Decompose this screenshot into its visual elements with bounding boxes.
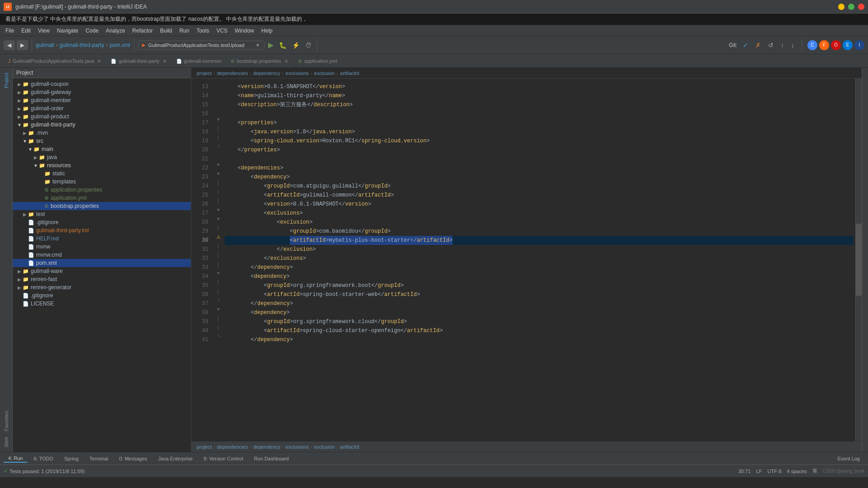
tree-gulimall-product[interactable]: ▶ 📁 gulimall-product	[13, 113, 191, 121]
debug-button[interactable]: 🐛	[277, 40, 288, 51]
path-dependency[interactable]: dependency	[253, 444, 280, 450]
menu-item-analyze[interactable]: Analyze	[102, 25, 129, 36]
tab-todo[interactable]: 6: TODO	[29, 455, 58, 462]
tree-gitignore-root[interactable]: 📄 .gitignore	[13, 291, 191, 300]
tree-resources[interactable]: ▼ 📁 resources	[13, 161, 191, 169]
scrollbar-thumb[interactable]	[856, 224, 862, 296]
tab-common[interactable]: 📄 gulimall-common	[172, 55, 226, 67]
tree-gulimall-ware[interactable]: ▶ 📁 gulimall-ware	[13, 267, 191, 275]
crumb-dependencies[interactable]: dependencies	[217, 70, 248, 76]
tab-test-file[interactable]: J GulimallProductApplicationTests.java ✕	[4, 55, 106, 67]
edge-btn[interactable]: E	[843, 40, 853, 50]
tree-app-yml[interactable]: ⚙ application.yml	[13, 194, 191, 202]
menu-item-vcs[interactable]: VCS	[213, 25, 231, 36]
tab-run[interactable]: 4: Run	[4, 455, 27, 463]
tree-gulimall-order[interactable]: ▶ 📁 gulimall-order	[13, 104, 191, 113]
back-button[interactable]: ◀	[4, 40, 15, 50]
tree-bootstrap-props[interactable]: ⚙ bootstrap.properties	[13, 202, 191, 210]
tree-gulimall-coupon[interactable]: ▶ 📁 gulimall-coupon	[13, 80, 191, 88]
code-lines[interactable]: <version>0.0.1-SNAPSHOT</version> <name>…	[223, 79, 855, 441]
path-exclusion[interactable]: exclusion	[314, 444, 335, 450]
sidebar-web-icon[interactable]: Web	[2, 436, 10, 448]
tree-java[interactable]: ▶ 📁 java	[13, 153, 191, 161]
close-btn[interactable]	[858, 4, 864, 10]
menu-item-build[interactable]: Build	[156, 25, 176, 36]
status-lf[interactable]: LF	[756, 469, 762, 474]
tree-pom[interactable]: 📄 pom.xml	[13, 259, 191, 267]
project-link[interactable]: gulimall	[36, 42, 54, 48]
tab-run-dashboard[interactable]: Run Dashboard	[250, 455, 293, 462]
tree-src[interactable]: ▼ 📁 src	[13, 137, 191, 145]
tree-license[interactable]: 📄 LICENSE	[13, 300, 191, 308]
tree-gitignore-1[interactable]: 📄 .gitignore	[13, 218, 191, 226]
status-spaces[interactable]: 4 spaces	[787, 469, 807, 474]
git-arrow-down[interactable]: ↓	[789, 40, 796, 51]
run-button[interactable]: ▶	[266, 39, 275, 51]
tab-version-control[interactable]: 9: Version Control	[199, 455, 247, 462]
minimize-btn[interactable]	[838, 4, 844, 10]
firefox-btn[interactable]: F	[819, 40, 829, 50]
tree-mvnw[interactable]: 📄 mvnw	[13, 243, 191, 251]
opera-btn[interactable]: O	[831, 40, 841, 50]
path-artifactid[interactable]: artifactId	[340, 444, 359, 450]
git-checkmark[interactable]: ✓	[741, 40, 750, 51]
menu-item-code[interactable]: Code	[82, 25, 102, 36]
tree-mvn[interactable]: ▶ 📁 .mvn	[13, 129, 191, 137]
menu-item-edit[interactable]: Edit	[18, 25, 34, 36]
tab-event-log[interactable]: Event Log	[833, 455, 864, 462]
third-party-link[interactable]: gulimall-third-party	[60, 42, 104, 48]
tab-messages[interactable]: 0: Messages	[114, 455, 151, 462]
menu-item-navigate[interactable]: Navigate	[53, 25, 82, 36]
status-git-branch[interactable]: 英	[812, 468, 817, 474]
tab-third-party[interactable]: 📄 gulimall-third-party ✕	[106, 55, 171, 67]
menu-item-run[interactable]: Run	[176, 25, 193, 36]
ie-btn[interactable]: I	[854, 40, 864, 50]
tree-test[interactable]: ▶ 📁 test	[13, 210, 191, 218]
path-dependencies[interactable]: dependencies	[217, 444, 248, 450]
profile-button[interactable]: ⏱	[303, 40, 313, 51]
tree-gulimall-member[interactable]: ▶ 📁 gulimall-member	[13, 96, 191, 104]
tab-close-2[interactable]: ✕	[162, 58, 167, 64]
menu-item-help[interactable]: Help	[258, 25, 276, 36]
forward-button[interactable]: ▶	[17, 40, 28, 50]
right-scrollbar[interactable]	[855, 79, 862, 441]
crumb-exclusions[interactable]: exclusions	[286, 70, 309, 76]
tab-spring[interactable]: Spring	[60, 455, 83, 462]
git-x-button[interactable]: ✗	[754, 40, 763, 51]
crumb-artifactid[interactable]: artifactId	[340, 70, 359, 76]
tab-java-enterprise[interactable]: Java Enterprise	[154, 455, 197, 462]
tab-application-yml[interactable]: ⚙ application.yml	[293, 55, 342, 67]
tree-help[interactable]: 📄 HELP.md	[13, 235, 191, 243]
code-content[interactable]: 13 14 15 16 17 18 19 20 21 22 23 24 25 2…	[191, 79, 862, 441]
tab-bootstrap[interactable]: ⚙ bootstrap.properties ✕	[226, 55, 293, 67]
tree-gulimall-gateway[interactable]: ▶ 📁 gulimall-gateway	[13, 88, 191, 96]
tree-gulimall-third-party[interactable]: ▼ 📁 gulimall-third-party	[13, 121, 191, 129]
path-exclusions[interactable]: exclusions	[286, 444, 309, 450]
crumb-dependency[interactable]: dependency	[253, 70, 280, 76]
sidebar-favorites-icon[interactable]: Favorites	[2, 409, 10, 432]
menu-item-tools[interactable]: Tools	[193, 25, 213, 36]
tree-templates[interactable]: 📁 templates	[13, 178, 191, 186]
tree-app-properties[interactable]: ⚙ application.properties	[13, 186, 191, 194]
coverage-button[interactable]: ⚡	[290, 40, 302, 51]
tree-iml[interactable]: 📄 gulimall-third-party.iml	[13, 226, 191, 235]
status-position[interactable]: 30:71	[738, 469, 751, 474]
menu-item-window[interactable]: Window	[231, 25, 258, 36]
pom-link[interactable]: pom.xml	[109, 42, 130, 48]
crumb-project[interactable]: project	[197, 70, 212, 76]
crumb-exclusion[interactable]: exclusion	[314, 70, 335, 76]
menu-item-refactor[interactable]: Refactor	[129, 25, 156, 36]
menu-item-file[interactable]: File	[2, 25, 18, 36]
sidebar-project-icon[interactable]: Project	[2, 71, 10, 89]
tree-mvnw-cmd[interactable]: 📄 mvnw.cmd	[13, 251, 191, 259]
maximize-btn[interactable]	[848, 4, 854, 10]
tree-renren-fast[interactable]: ▶ 📁 renren-fast	[13, 275, 191, 283]
tab-close-4[interactable]: ✕	[283, 58, 289, 64]
git-arrow-up[interactable]: ↑	[779, 40, 786, 51]
tab-terminal[interactable]: Terminal	[85, 455, 113, 462]
tree-static[interactable]: 📁 static	[13, 169, 191, 178]
chrome-btn[interactable]: C	[807, 40, 817, 50]
run-config-selector[interactable]: ▶ GulimallProductApplicationTests.testUp…	[138, 41, 264, 50]
menu-item-view[interactable]: View	[34, 25, 53, 36]
path-project[interactable]: project	[197, 444, 212, 450]
